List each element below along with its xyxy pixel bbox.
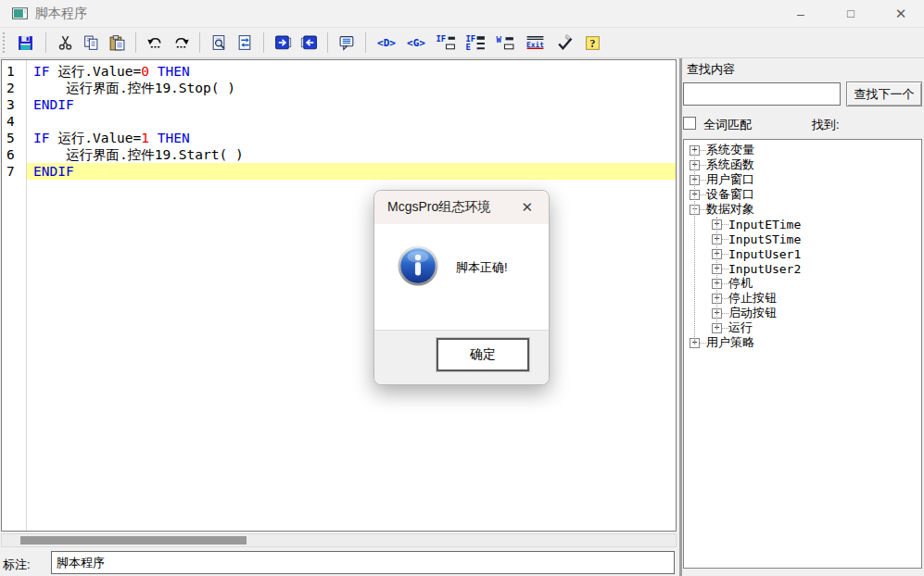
minimize-button[interactable]: – [787, 2, 815, 26]
tree-connector [722, 239, 728, 240]
tree-item-label: InputUser2 [728, 262, 801, 276]
exit-icon[interactable]: Exit [521, 31, 549, 55]
while-icon[interactable]: W [491, 31, 519, 55]
insert-global-icon[interactable]: <G> [402, 31, 430, 55]
copy-icon[interactable] [79, 31, 103, 55]
ok-button[interactable]: 确定 [437, 338, 529, 371]
tree-item-启动按钮[interactable]: +启动按钮 [684, 306, 921, 320]
horizontal-scrollbar[interactable] [1, 533, 677, 547]
tree-item-用户策略[interactable]: +用户策略 [684, 335, 921, 350]
code-line[interactable]: 6 运行界面.控件19.Start( ) [2, 146, 676, 163]
code-line[interactable]: 2 运行界面.控件19.Stop( ) [2, 80, 676, 96]
insert-data-icon[interactable]: <D> [373, 31, 400, 55]
line-number: 4 [2, 113, 27, 130]
window-title: 脚本程序 [35, 6, 87, 22]
toolbar-grip-handle[interactable] [3, 32, 6, 53]
paste-icon[interactable] [105, 31, 129, 55]
tree-connector [722, 283, 728, 284]
found-label: 找到: [812, 117, 840, 133]
tree-connector [700, 194, 706, 195]
find-icon[interactable] [207, 31, 231, 55]
dialog-title: McgsPro组态环境 [387, 199, 490, 216]
code-line[interactable]: 3ENDIF [2, 96, 676, 113]
format-icon[interactable] [233, 31, 257, 55]
svg-text:Exit: Exit [526, 40, 544, 48]
help-icon[interactable]: ? [580, 31, 604, 55]
line-text: 运行界面.控件19.Start( ) [27, 146, 676, 163]
title-bar: 脚本程序 – □ ✕ [0, 0, 924, 27]
dialog-title-bar: McgsPro组态环境 ✕ [374, 191, 549, 224]
find-panel-title: 查找内容 [687, 61, 735, 78]
app-window: 脚本程序 – □ ✕ <D><G>IFIFEWExit? 1IF 运行.Valu… [0, 0, 924, 576]
tree-connector [700, 209, 706, 210]
tree-item-label: 数据对象 [706, 201, 754, 218]
toolbar-items: <D><G>IFIFEWExit? [11, 31, 604, 55]
tree-item-label: 用户策略 [706, 334, 754, 351]
toolbar-separator [199, 32, 200, 53]
annotation-input[interactable] [51, 551, 675, 574]
tree-connector [700, 180, 706, 181]
tree-item-InputUser1[interactable]: +InputUser1 [684, 246, 921, 261]
close-button[interactable]: ✕ [887, 2, 915, 26]
tree-item-InputUser2[interactable]: +InputUser2 [684, 261, 921, 276]
tree-connector [722, 269, 728, 269]
line-number: 7 [2, 163, 27, 180]
tree-connector [722, 298, 728, 299]
panel-divider[interactable] [679, 58, 682, 576]
outdent-icon[interactable] [297, 31, 321, 55]
code-line[interactable]: 7ENDIF [2, 163, 676, 180]
code-line[interactable]: 4 [2, 113, 676, 130]
tree-connector [722, 328, 728, 329]
find-input[interactable] [683, 82, 841, 106]
whole-word-label: 全词匹配 [703, 117, 752, 133]
tree-item-系统变量[interactable]: +系统变量 [684, 143, 921, 157]
tree-item-系统函数[interactable]: +系统函数 [684, 157, 921, 172]
save-icon[interactable] [11, 31, 39, 55]
object-tree-items: +系统变量+系统函数+用户窗口+设备窗口−数据对象+InputETime+Inp… [684, 140, 921, 350]
window-icon [12, 6, 28, 21]
tree-item-设备窗口[interactable]: +设备窗口 [684, 187, 921, 202]
code-line[interactable]: 1IF 运行.Value=0 THEN [2, 63, 676, 80]
line-text: IF 运行.Value=1 THEN [27, 130, 676, 146]
if-else-icon[interactable]: IFE [462, 31, 489, 55]
scrollbar-thumb[interactable] [20, 536, 247, 545]
toolbar-separator [45, 32, 46, 53]
redo-icon[interactable] [169, 31, 193, 55]
tree-item-运行[interactable]: +运行 [684, 320, 921, 335]
dialog-close-icon[interactable]: ✕ [516, 197, 538, 218]
script-editor[interactable]: 1IF 运行.Value=0 THEN2 运行界面.控件19.Stop( )3E… [1, 59, 677, 532]
line-number: 2 [2, 80, 27, 96]
indent-icon[interactable] [271, 31, 295, 55]
if-then-icon[interactable]: IF [432, 31, 460, 55]
whole-word-checkbox[interactable] [683, 117, 696, 130]
line-text [27, 113, 676, 130]
tree-item-InputETime[interactable]: +InputETime [684, 217, 921, 232]
toolbar-separator [263, 32, 264, 53]
tree-connector [716, 217, 717, 328]
toolbar-separator [135, 32, 136, 53]
svg-text:?: ? [589, 37, 595, 49]
cut-icon[interactable] [53, 31, 77, 55]
line-number: 3 [2, 96, 27, 113]
maximize-button[interactable]: □ [837, 2, 865, 26]
tree-item-停止按钮[interactable]: +停止按钮 [684, 291, 921, 306]
undo-icon[interactable] [143, 31, 167, 55]
code-lines: 1IF 运行.Value=0 THEN2 运行界面.控件19.Stop( )3E… [2, 63, 676, 180]
code-line[interactable]: 5IF 运行.Value=1 THEN [2, 130, 676, 146]
syntax-check-icon[interactable] [551, 31, 578, 55]
line-number: 1 [2, 63, 27, 80]
object-tree[interactable]: +系统变量+系统函数+用户窗口+设备窗口−数据对象+InputETime+Inp… [683, 139, 922, 569]
line-text: IF 运行.Value=0 THEN [27, 63, 676, 80]
tree-item-停机[interactable]: +停机 [684, 276, 921, 291]
tree-item-InputSTime[interactable]: +InputSTime [684, 232, 921, 246]
tree-item-用户窗口[interactable]: +用户窗口 [684, 172, 921, 187]
tree-connector [722, 313, 728, 314]
line-number: 6 [2, 146, 27, 163]
dialog-body: 脚本正确! [374, 224, 549, 330]
tree-item-label: InputETime [728, 218, 801, 232]
find-next-button[interactable]: 查找下一个 [846, 81, 922, 106]
tree-connector [700, 150, 706, 151]
comment-icon[interactable] [335, 31, 359, 55]
line-text: ENDIF [27, 96, 676, 113]
tree-item-数据对象[interactable]: −数据对象 [684, 202, 921, 217]
